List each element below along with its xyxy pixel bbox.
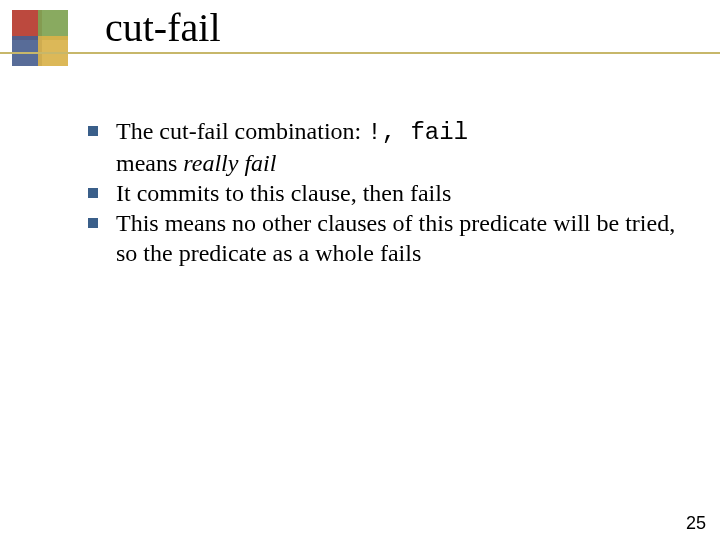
bullet-icon <box>88 126 98 136</box>
bullet-1-code: !, fail <box>367 119 468 146</box>
bullet-1-pre: The cut-fail combination: <box>116 118 367 144</box>
bullet-icon <box>88 218 98 228</box>
logo-block <box>12 10 68 66</box>
list-item: It commits to this clause, then fails <box>88 178 690 208</box>
slide-header: cut-fail <box>0 0 720 72</box>
bullet-icon <box>88 188 98 198</box>
slide-title: cut-fail <box>105 4 221 51</box>
header-rule <box>0 52 720 54</box>
bullet-1-post1: means <box>116 150 183 176</box>
bullet-2-pre: It commits to this clause, then fails <box>116 180 451 206</box>
logo-square-yellow <box>38 36 68 66</box>
slide-body: The cut-fail combination: !, fail means … <box>88 116 690 268</box>
page-number: 25 <box>686 513 706 534</box>
list-item: This means no other clauses of this pred… <box>88 208 690 268</box>
bullet-1-emph: really fail <box>183 150 276 176</box>
bullet-text: It commits to this clause, then fails <box>116 178 690 208</box>
list-item: The cut-fail combination: !, fail means … <box>88 116 690 178</box>
bullet-text: This means no other clauses of this pred… <box>116 208 690 268</box>
bullet-text: The cut-fail combination: !, fail means … <box>116 116 690 178</box>
bullet-3-pre: This means no other clauses of this pred… <box>116 210 675 266</box>
